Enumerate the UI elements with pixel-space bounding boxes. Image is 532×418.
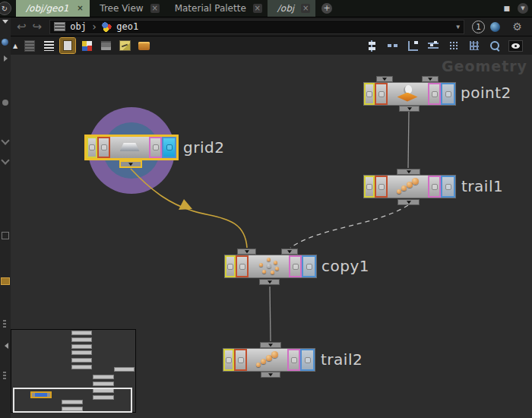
node-point2-template-flag[interactable] — [428, 83, 441, 105]
node-copy1-input-connector[interactable] — [237, 249, 256, 255]
node-grid2-template-flag[interactable] — [149, 137, 162, 158]
node-grid2-lock-flag[interactable] — [97, 137, 110, 158]
gear-icon[interactable]: ⚙ — [512, 21, 522, 33]
node-point2-body[interactable] — [363, 82, 456, 106]
node-grid2-output-connector[interactable] — [119, 160, 142, 168]
node-copy1-body[interactable] — [224, 255, 317, 278]
node-trail1-lock-flag[interactable] — [375, 176, 388, 198]
color-palette-button[interactable] — [79, 38, 94, 53]
pane-expand-icon[interactable]: ▲ — [13, 43, 17, 49]
node-grid2-label[interactable]: grid2 — [183, 138, 224, 157]
tab-tree-view[interactable]: Tree View× — [90, 0, 164, 17]
tab-close-icon[interactable]: × — [75, 4, 84, 13]
node-copy1-display-flag[interactable] — [302, 255, 316, 277]
network-overview-minimap[interactable] — [11, 329, 136, 413]
distribute-vertical-button[interactable] — [364, 38, 379, 53]
snap-grid-button[interactable] — [446, 38, 461, 53]
node-point2-lock-flag[interactable] — [375, 83, 388, 105]
node-copy1-label[interactable]: copy1 — [321, 257, 369, 275]
node-point2-output-connector[interactable] — [399, 106, 420, 112]
node-copy1-lock-flag[interactable] — [236, 255, 249, 277]
node-copy1-input-connector[interactable] — [281, 249, 298, 255]
new-tab-button[interactable]: + — [321, 3, 332, 14]
node-trail2-input-connector[interactable] — [260, 342, 281, 348]
node-trail1-output-connector[interactable] — [397, 199, 420, 205]
node-trail1-iconzone — [388, 176, 428, 198]
node-trail2-body[interactable] — [223, 348, 315, 372]
node-trail2-lock-flag[interactable] — [234, 349, 247, 371]
network-list-button[interactable] — [22, 38, 37, 53]
forward-button[interactable]: ↪ — [33, 19, 43, 34]
tab-obj[interactable]: /obj× — [268, 0, 315, 17]
node-point2-input-connector[interactable] — [376, 76, 393, 82]
left-toolbar-boxw-icon[interactable] — [2, 232, 9, 239]
node-trail1-label[interactable]: trail1 — [461, 177, 503, 195]
minimap-node-bar — [71, 365, 92, 369]
align-nodes-button[interactable] — [405, 38, 420, 53]
zoom-search-button[interactable] — [487, 38, 502, 53]
node-grid2-bypass-flag[interactable] — [87, 137, 97, 158]
grid-toggle-button[interactable] — [467, 38, 482, 53]
node-trail1-display-flag[interactable] — [441, 176, 455, 198]
node-copy1-output-connector[interactable] — [259, 279, 280, 285]
distribute-vertical-icon — [367, 40, 377, 52]
minimap-view-rect[interactable] — [13, 388, 132, 413]
network-box-button[interactable] — [136, 38, 151, 53]
node-trail2-label[interactable]: trail2 — [321, 350, 363, 369]
left-toolbar-tri-icon[interactable] — [4, 55, 11, 62]
back-button[interactable]: ↩ — [17, 19, 27, 34]
left-toolbar-gold-icon[interactable] — [1, 277, 10, 285]
left-toolbar-circlef-icon[interactable] — [2, 100, 8, 106]
path-field[interactable]: obj › geo1 ▼ — [49, 20, 464, 34]
pane-maximize-icon[interactable]: ■ — [503, 5, 510, 12]
tab-close-icon[interactable]: × — [150, 4, 160, 13]
save-button[interactable] — [98, 38, 113, 53]
node-trail2-bypass-flag[interactable] — [223, 349, 234, 371]
node-trail2-output-connector[interactable] — [261, 372, 280, 378]
node-trail1-input-connector[interactable] — [397, 169, 420, 175]
distribute-horizontal-button[interactable] — [385, 38, 400, 53]
breadcrumb-current[interactable]: geo1 — [116, 21, 138, 32]
tab-close-icon[interactable]: × — [253, 4, 262, 13]
left-toolbar-trileft-icon[interactable] — [2, 343, 8, 349]
snap-grid-icon — [449, 41, 458, 50]
network-canvas[interactable]: Geometry point2grid2trail1copy1trail2 — [11, 55, 532, 418]
tab-obj-geo1[interactable]: /obj/geo1× — [16, 0, 90, 17]
left-toolbar-caret-icon[interactable] — [2, 20, 8, 27]
node-grid2-iconzone — [110, 137, 149, 158]
node-trail2-template-flag[interactable] — [287, 349, 300, 371]
left-toolbar-chev-icon[interactable] — [1, 136, 9, 144]
node-copy1-template-flag[interactable] — [289, 255, 302, 277]
list-view-button[interactable] — [41, 38, 56, 53]
node-point2-bypass-flag[interactable] — [364, 83, 375, 105]
tab-material-palette[interactable]: Material Palette× — [165, 0, 268, 17]
node-grid2-display-flag[interactable] — [162, 137, 176, 158]
left-toolbar-chev-icon[interactable] — [1, 156, 9, 164]
node-point2-display-flag[interactable] — [441, 83, 455, 105]
pane-history-icon[interactable]: ↻ — [0, 2, 11, 15]
node-grid2-body[interactable] — [84, 135, 179, 160]
path-dropdown-icon[interactable]: ▼ — [456, 24, 460, 30]
node-point2-input-connector[interactable] — [422, 76, 439, 82]
breadcrumb-root[interactable]: obj — [70, 21, 87, 32]
left-toolbar-grip-icon[interactable] — [3, 372, 6, 381]
sticky-note-button[interactable] — [117, 38, 132, 53]
left-toolbar-grip-icon[interactable] — [3, 320, 6, 329]
distribute-horizontal-icon — [387, 40, 398, 51]
link-icon[interactable] — [490, 22, 500, 32]
left-toolbar-sphere-icon[interactable] — [2, 39, 8, 46]
history-count-badge[interactable]: 1 — [472, 21, 485, 33]
pane-menu-dropdown[interactable]: ▼ — [518, 3, 528, 14]
node-trail2-display-flag[interactable] — [300, 349, 315, 371]
node-point2-label[interactable]: point2 — [461, 84, 511, 102]
node-copy1-iconzone — [249, 255, 289, 277]
node-trail1-bypass-flag[interactable] — [364, 176, 375, 198]
visibility-button[interactable] — [508, 38, 523, 53]
display-info-button[interactable] — [60, 38, 75, 53]
tab-strip: /obj/geo1×Tree View×Material Palette×/ob… — [16, 0, 315, 17]
tab-close-icon[interactable]: × — [301, 4, 310, 13]
snap-horizontal-button[interactable] — [426, 38, 441, 53]
node-trail1-body[interactable] — [363, 175, 456, 198]
node-copy1-bypass-flag[interactable] — [225, 255, 236, 277]
node-trail1-template-flag[interactable] — [428, 176, 441, 198]
